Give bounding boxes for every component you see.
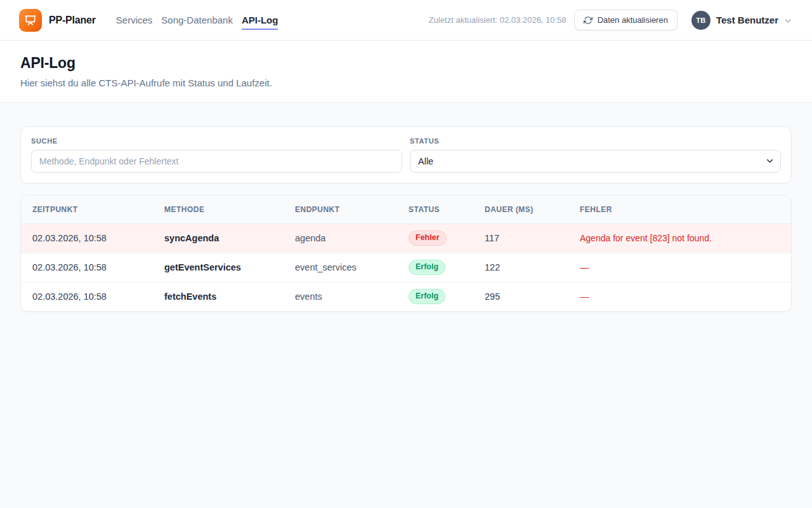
user-menu[interactable]: TB Test Benutzer xyxy=(691,11,793,30)
col-endpunkt: Endpunkt xyxy=(284,196,397,224)
user-name: Test Benutzer xyxy=(716,15,778,25)
api-log-table-card: Zeitpunkt Methode Endpunkt Status Dauer … xyxy=(20,195,792,312)
search-filter: Suche xyxy=(31,137,402,173)
table-header-row: Zeitpunkt Methode Endpunkt Status Dauer … xyxy=(21,196,791,224)
table-row: 02.03.2026, 10:58 fetchEvents events Erf… xyxy=(21,282,791,311)
nav-item-services[interactable]: Services xyxy=(116,11,153,30)
page-subtitle: Hier siehst du alle CTS-API-Aufrufe mit … xyxy=(20,77,792,88)
status-badge: Erfolg xyxy=(409,289,445,304)
status-filter: Status Alle xyxy=(410,137,781,173)
cell-endpunkt: events xyxy=(284,282,397,311)
api-log-table: Zeitpunkt Methode Endpunkt Status Dauer … xyxy=(21,196,791,311)
cell-methode: fetchEvents xyxy=(153,282,284,311)
cell-endpunkt: agenda xyxy=(284,224,397,253)
main-content: Suche Status Alle Zeitpunkt xyxy=(0,103,812,335)
cell-dauer: 117 xyxy=(473,224,568,253)
col-fehler: Fehler xyxy=(568,196,791,224)
refresh-data-button[interactable]: Daten aktualisieren xyxy=(574,10,678,30)
filter-card: Suche Status Alle xyxy=(20,126,792,184)
presentation-icon xyxy=(24,14,37,27)
cell-status: Erfolg xyxy=(397,282,473,311)
topbar-right: Zuletzt aktualisiert: 02.03.2026, 10:58 … xyxy=(429,10,793,30)
topbar: PP-Planer Services Song-Datenbank API-Lo… xyxy=(0,0,812,41)
search-label: Suche xyxy=(31,137,402,145)
cell-dauer: 295 xyxy=(473,282,568,311)
refresh-icon xyxy=(584,16,593,25)
col-status: Status xyxy=(397,196,473,224)
cell-fehler: — xyxy=(568,282,791,311)
app-logo xyxy=(19,9,42,32)
status-badge: Erfolg xyxy=(409,260,445,275)
col-methode: Methode xyxy=(153,196,284,224)
cell-methode: syncAgenda xyxy=(153,224,284,253)
nav-item-song-datenbank[interactable]: Song-Datenbank xyxy=(161,11,233,30)
status-label: Status xyxy=(410,137,781,145)
col-zeitpunkt: Zeitpunkt xyxy=(21,196,153,224)
chevron-down-icon xyxy=(783,16,793,26)
nav-item-api-log[interactable]: API-Log xyxy=(242,11,278,30)
cell-status: Fehler xyxy=(397,224,473,253)
avatar: TB xyxy=(691,11,710,30)
table-row: 02.03.2026, 10:58 getEventServices event… xyxy=(21,253,791,282)
cell-endpunkt: event_services xyxy=(284,253,397,282)
status-badge: Fehler xyxy=(409,231,447,246)
page-title: API-Log xyxy=(20,55,792,72)
last-updated-text: Zuletzt aktualisiert: 02.03.2026, 10:58 xyxy=(429,15,566,25)
cell-fehler: — xyxy=(568,253,791,282)
cell-fehler: Agenda for event [823] not found. xyxy=(568,224,791,253)
cell-dauer: 122 xyxy=(473,253,568,282)
status-select[interactable]: Alle xyxy=(410,150,781,173)
col-dauer: Dauer (ms) xyxy=(473,196,568,224)
search-input[interactable] xyxy=(31,150,402,173)
cell-zeitpunkt: 02.03.2026, 10:58 xyxy=(21,224,153,253)
brand-name: PP-Planer xyxy=(49,15,96,26)
cell-zeitpunkt: 02.03.2026, 10:58 xyxy=(21,253,153,282)
main-nav: Services Song-Datenbank API-Log xyxy=(116,0,278,40)
refresh-button-label: Daten aktualisieren xyxy=(598,15,668,25)
table-row: 02.03.2026, 10:58 syncAgenda agenda Fehl… xyxy=(21,224,791,253)
page-head: API-Log Hier siehst du alle CTS-API-Aufr… xyxy=(0,41,812,103)
status-select-wrap: Alle xyxy=(410,150,781,173)
cell-zeitpunkt: 02.03.2026, 10:58 xyxy=(21,282,153,311)
cell-methode: getEventServices xyxy=(153,253,284,282)
cell-status: Erfolg xyxy=(397,253,473,282)
